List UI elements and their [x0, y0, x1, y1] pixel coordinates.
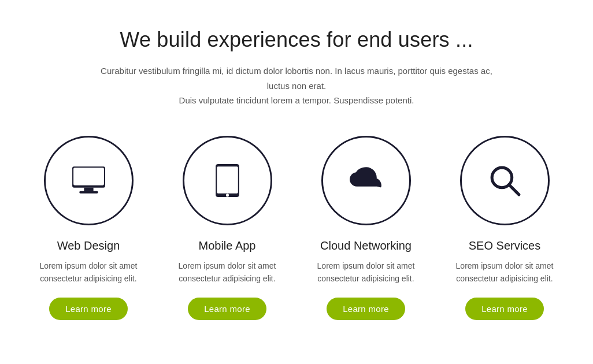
- cloud-networking-title: Cloud Networking: [320, 239, 412, 252]
- cloud-networking-icon-circle: [321, 136, 411, 225]
- search-icon: [486, 162, 524, 199]
- mobile-app-title: Mobile App: [199, 239, 256, 252]
- web-design-desc: Lorem ipsum dolor sit amet consectetur a…: [25, 259, 152, 285]
- subtitle: Curabitur vestibulum fringilla mi, id di…: [88, 64, 505, 108]
- svg-line-8: [509, 184, 518, 194]
- web-design-learn-btn[interactable]: Learn more: [49, 298, 128, 320]
- subtitle-line2: Duis vulputate tincidunt lorem a tempor.…: [179, 95, 414, 105]
- web-design-icon-circle: [44, 136, 134, 225]
- seo-services-learn-btn[interactable]: Learn more: [465, 298, 544, 320]
- mobile-app-desc: Lorem ipsum dolor sit amet consectetur a…: [164, 259, 291, 285]
- cloud-networking-desc: Lorem ipsum dolor sit amet consectetur a…: [302, 259, 429, 285]
- main-title: We build experiences for end users ...: [88, 28, 505, 52]
- cloud-icon: [347, 162, 385, 199]
- seo-services-desc: Lorem ipsum dolor sit amet consectetur a…: [441, 259, 568, 285]
- card-mobile-app: Mobile App Lorem ipsum dolor sit amet co…: [164, 136, 291, 321]
- cards-row: Web Design Lorem ipsum dolor sit amet co…: [23, 136, 570, 321]
- mobile-app-icon-circle: [183, 136, 272, 225]
- monitor-icon: [70, 162, 108, 199]
- seo-services-icon-circle: [460, 136, 550, 225]
- web-design-title: Web Design: [57, 239, 120, 252]
- page-wrapper: We build experiences for end users ... C…: [0, 0, 593, 364]
- subtitle-line1: Curabitur vestibulum fringilla mi, id di…: [101, 66, 492, 91]
- card-web-design: Web Design Lorem ipsum dolor sit amet co…: [25, 136, 152, 321]
- svg-rect-1: [84, 187, 93, 191]
- svg-rect-2: [79, 191, 98, 193]
- card-seo-services: SEO Services Lorem ipsum dolor sit amet …: [441, 136, 568, 321]
- svg-rect-3: [73, 168, 104, 185]
- cloud-networking-learn-btn[interactable]: Learn more: [327, 298, 405, 320]
- seo-services-title: SEO Services: [469, 239, 540, 252]
- svg-point-6: [225, 194, 228, 196]
- mobile-app-learn-btn[interactable]: Learn more: [188, 298, 266, 320]
- svg-rect-5: [217, 166, 238, 194]
- header-section: We build experiences for end users ... C…: [88, 28, 505, 108]
- card-cloud-networking: Cloud Networking Lorem ipsum dolor sit a…: [302, 136, 429, 321]
- tablet-icon: [209, 162, 246, 199]
